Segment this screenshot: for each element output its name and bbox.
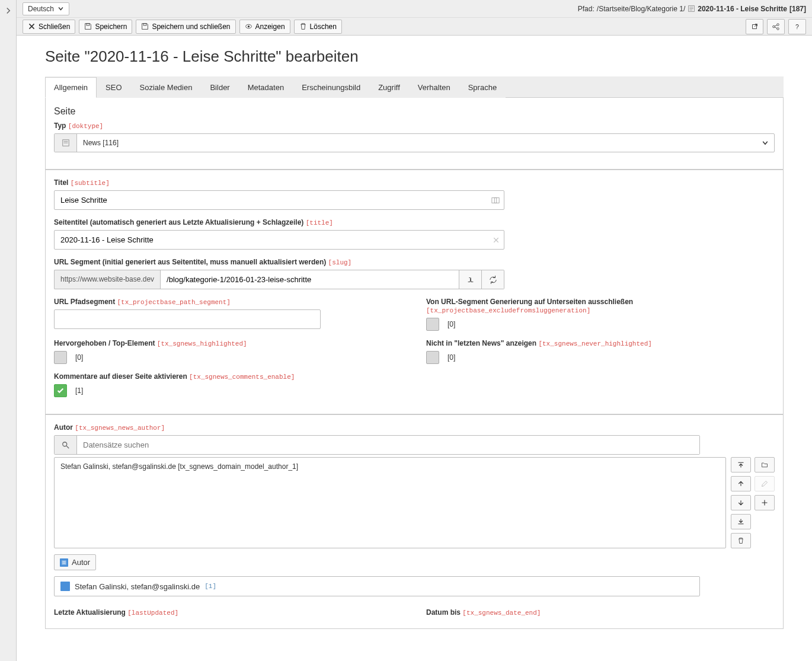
svg-rect-4: [87, 24, 89, 25]
svg-point-9: [777, 23, 779, 25]
tab-metadaten[interactable]: Metadaten: [239, 77, 293, 98]
never-highlighted-checkbox[interactable]: [426, 351, 439, 364]
panel-author: Autor [tx_sgnews_news_author] Stefan Gal…: [45, 414, 784, 629]
tab-bilder[interactable]: Bilder: [201, 77, 238, 98]
tab-verhalten[interactable]: Verhalten: [409, 77, 459, 98]
svg-line-18: [66, 445, 68, 448]
language-selector[interactable]: Deutsch: [23, 2, 69, 15]
author-selected-list[interactable]: Stefan Galinski, stefan@sgalinski.de [tx…: [54, 457, 726, 548]
panel-page-type: Seite Typ [doktype] News [116]: [45, 98, 784, 170]
author-create-button[interactable]: Autor: [54, 554, 96, 570]
label-title: Seitentitel (automatisch generiert aus L…: [54, 218, 775, 226]
exclude-slug-value: [0]: [447, 320, 455, 328]
collapsed-sidebar-toggle[interactable]: [0, 0, 17, 661]
highlighted-checkbox[interactable]: [54, 351, 67, 364]
label-last-updated: Letzte Aktualisierung [lastUpdated]: [54, 608, 402, 617]
title-input[interactable]: [54, 230, 504, 250]
svg-point-10: [777, 27, 779, 30]
chevron-down-icon: [756, 134, 774, 152]
author-item[interactable]: Stefan Galinski, stefan@sgalinski.de [tx…: [58, 461, 722, 472]
label-never-highlighted: Nicht in "letzten News" anzeigen [tx_sgn…: [426, 339, 775, 347]
folder-icon: [761, 461, 768, 468]
move-bottom-icon: [737, 518, 744, 525]
translate-icon[interactable]: [491, 196, 500, 205]
author-linked-icon: [60, 582, 70, 591]
label-comments: Kommentare auf dieser Seite aktivieren […: [54, 372, 775, 381]
save-close-button[interactable]: Speichern und schließen: [136, 20, 235, 34]
tab-soziale-medien[interactable]: Soziale Medien: [131, 77, 202, 98]
pencil-icon: [761, 480, 768, 487]
subtitle-input[interactable]: [54, 190, 504, 210]
label-subtitle: Titel [subtitle]: [54, 178, 775, 187]
label-author: Autor [tx_sgnews_news_author]: [54, 423, 775, 432]
delete-button[interactable]: Löschen: [294, 20, 342, 34]
share-icon: [772, 23, 780, 31]
refresh-icon: [489, 276, 497, 284]
breadcrumb: Pfad: /Startseite/Blog/Kategorie 1/ 2020…: [578, 5, 806, 13]
save-close-icon: [141, 23, 149, 30]
svg-rect-5: [143, 24, 146, 25]
edit-button[interactable]: [755, 476, 775, 491]
browse-button[interactable]: [755, 457, 775, 472]
close-icon: [28, 23, 36, 30]
move-up-icon: [737, 480, 744, 487]
tabs: Allgemein SEO Soziale Medien Bilder Meta…: [45, 76, 784, 98]
svg-point-17: [62, 442, 66, 446]
external-link-icon: [750, 23, 759, 31]
author-linked-name: Stefan Galinski, stefan@sgalinski.de: [75, 582, 200, 591]
slug-recalc-button[interactable]: [482, 270, 504, 289]
author-linked-id: [1]: [204, 583, 216, 590]
clear-icon[interactable]: [493, 237, 500, 244]
help-button[interactable]: ?: [788, 19, 806, 34]
svg-point-8: [773, 25, 775, 28]
exclude-slug-checkbox[interactable]: [426, 318, 439, 331]
tab-allgemein[interactable]: Allgemein: [45, 77, 97, 98]
view-button[interactable]: Anzeigen: [239, 20, 290, 34]
svg-text:?: ?: [795, 23, 799, 30]
move-top-icon: [737, 461, 744, 468]
close-button[interactable]: Schließen: [23, 20, 75, 34]
label-exclude-slug: Von URL-Segment Generierung auf Untersei…: [426, 298, 775, 314]
plus-icon: [761, 499, 768, 506]
doktype-select[interactable]: News [116]: [54, 133, 775, 152]
label-path-segment: URL Pfadsegment [tx_projectbase_path_seg…: [54, 298, 402, 306]
check-icon: [56, 387, 65, 395]
move-up-button[interactable]: [731, 476, 751, 491]
comments-value: [1]: [75, 387, 83, 395]
save-button[interactable]: Speichern: [79, 20, 132, 34]
author-linked-record[interactable]: Stefan Galinski, stefan@sgalinski.de [1]: [54, 576, 700, 596]
language-current: Deutsch: [28, 5, 54, 13]
panel-main-fields: Titel [subtitle] Seitentitel (automatisc…: [45, 170, 784, 414]
never-highlighted-value: [0]: [447, 353, 455, 362]
tab-erscheinungsbild[interactable]: Erscheinungsbild: [293, 77, 369, 98]
move-top-button[interactable]: [731, 457, 751, 472]
question-icon: ?: [793, 23, 801, 31]
move-down-button[interactable]: [731, 495, 751, 510]
path-segment-input[interactable]: [54, 309, 321, 329]
slug-input[interactable]: [160, 270, 459, 289]
open-new-window-button[interactable]: [746, 19, 763, 34]
author-search-input[interactable]: [77, 436, 699, 454]
move-down-icon: [737, 499, 744, 506]
page-icon: [688, 5, 695, 12]
path-id: [187]: [789, 5, 806, 13]
add-button[interactable]: [755, 495, 775, 510]
tab-seo[interactable]: SEO: [97, 77, 130, 98]
move-bottom-button[interactable]: [731, 514, 751, 529]
tab-sprache[interactable]: Sprache: [459, 77, 506, 98]
path-value[interactable]: /Startseite/Blog/Kategorie 1/: [597, 5, 685, 13]
label-highlighted: Hervorgehoben / Top-Element [tx_sgnews_h…: [54, 339, 402, 347]
tab-zugriff[interactable]: Zugriff: [369, 77, 409, 98]
chevron-right-icon: [5, 7, 12, 14]
slug-toggle-button[interactable]: [459, 270, 482, 289]
author-badge-icon: [60, 558, 68, 567]
share-button[interactable]: [767, 19, 785, 34]
comments-checkbox[interactable]: [54, 384, 67, 397]
doktype-icon: [55, 134, 77, 152]
remove-button[interactable]: [731, 533, 751, 548]
slug-prefix: https://www.website-base.dev: [54, 270, 160, 289]
highlighted-value: [0]: [75, 353, 83, 362]
path-current: 2020-11-16 - Leise Schritte: [698, 5, 787, 13]
toolbar: Schließen Speichern Speichern und schlie…: [17, 18, 812, 36]
save-icon: [84, 23, 92, 30]
